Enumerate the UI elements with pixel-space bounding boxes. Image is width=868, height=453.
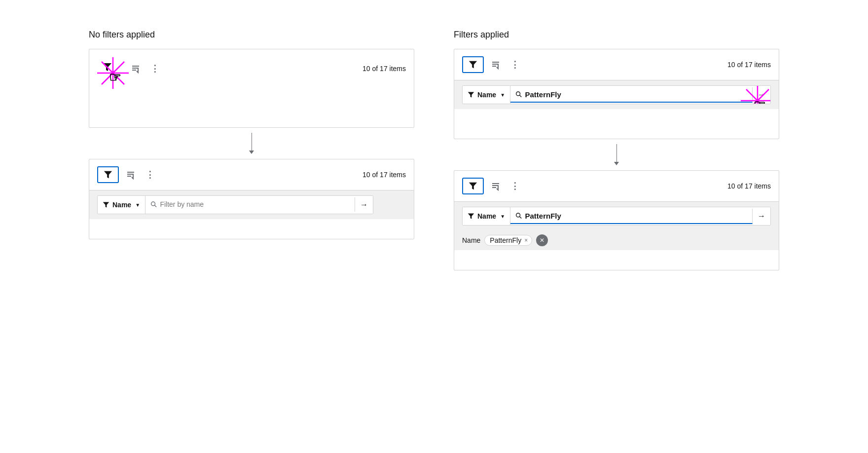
funnel-icon-right-bottom	[468, 213, 474, 220]
right-top-body	[454, 109, 779, 139]
svg-line-6	[113, 73, 124, 84]
sort-button-left-bottom[interactable]	[123, 168, 139, 182]
right-bottom-filter-label: Name	[477, 212, 496, 220]
sort-icon-right-top	[491, 60, 501, 70]
clear-all-icon: ✕	[540, 237, 544, 244]
svg-marker-40	[468, 213, 474, 219]
right-bottom-search-submit[interactable]: →	[753, 207, 770, 225]
svg-marker-36	[469, 183, 477, 189]
svg-point-18	[151, 202, 155, 206]
kebab-icon-right-bottom: ⋮	[510, 181, 520, 191]
right-vert-arrow	[614, 144, 619, 165]
right-top-search-submit[interactable]: →	[753, 86, 770, 104]
sort-button-right-top[interactable]	[488, 58, 504, 72]
right-bottom-search-input[interactable]	[525, 212, 747, 220]
svg-marker-0	[103, 63, 111, 71]
chip-group-label: Name	[462, 236, 480, 244]
right-top-filter-toolbar: Name ▼ →	[454, 80, 779, 109]
left-filter-dropdown[interactable]: Name ▼	[98, 196, 145, 214]
svg-marker-24	[468, 92, 474, 97]
filter-button-right-bottom[interactable]	[466, 180, 480, 192]
left-bottom-panel-header: ⋮ 10 of 17 items	[89, 159, 414, 190]
sort-icon-right-bottom	[491, 181, 501, 191]
left-search-submit[interactable]: →	[355, 196, 373, 214]
left-arrow	[89, 128, 414, 159]
right-bottom-filter-row: Name ▼ →	[462, 207, 771, 226]
right-top-filter-caret: ▼	[500, 92, 505, 98]
sort-button-left-top[interactable]	[128, 62, 144, 76]
kebab-icon-right-top: ⋮	[510, 59, 520, 70]
kebab-icon-left-bottom: ⋮	[145, 169, 155, 180]
right-bottom-filter-dropdown[interactable]: Name ▼	[463, 207, 510, 225]
kebab-icon-left-top: ⋮	[150, 63, 160, 74]
filter-button-right-top[interactable]	[466, 58, 480, 71]
left-bottom-body	[89, 219, 414, 239]
svg-marker-13	[104, 171, 112, 178]
right-top-submit-area: →	[753, 86, 770, 104]
right-bottom-panel-header: ⋮ 10 of 17 items	[454, 171, 779, 201]
kebab-button-left-bottom[interactable]: ⋮	[143, 167, 158, 182]
left-vert-arrow	[249, 133, 254, 154]
left-top-panel-body	[89, 88, 414, 127]
sort-icon-left-top	[131, 64, 141, 74]
left-filter-row: Name ▼ →	[97, 195, 373, 214]
search-icon-left	[150, 201, 157, 208]
svg-line-26	[519, 95, 521, 97]
filter-button-left-bottom[interactable]	[101, 168, 115, 181]
right-top-filter-row: Name ▼ →	[462, 85, 771, 104]
right-bottom-filter-caret: ▼	[500, 214, 505, 219]
chip-close-button[interactable]: ×	[524, 237, 528, 244]
left-top-panel-header: ☞ ⋮ 10 of 17 items	[89, 49, 414, 88]
right-bottom-body	[454, 250, 779, 270]
right-arrow-head	[614, 162, 619, 165]
filter-highlight-left-bottom	[97, 166, 119, 183]
svg-line-42	[519, 217, 521, 219]
svg-point-41	[516, 213, 520, 217]
filter-icon-right-top	[469, 60, 477, 69]
right-bottom-search-wrapper	[510, 209, 753, 224]
left-top-item-count: 10 of 17 items	[362, 65, 406, 73]
filter-icon-left-bottom	[104, 170, 112, 179]
right-bottom-panel: ⋮ 10 of 17 items Name ▼	[454, 170, 779, 270]
filter-icon-right-bottom	[469, 182, 477, 190]
right-top-panel: ⋮ 10 of 17 items Name ▼	[454, 49, 779, 139]
left-search-wrapper	[145, 197, 355, 212]
right-top-submit-arrow: →	[758, 90, 765, 99]
left-submit-arrow: →	[360, 200, 368, 209]
right-top-filter-label: Name	[477, 91, 496, 99]
chip-group-clear-button[interactable]: ✕	[536, 234, 548, 246]
svg-line-8	[102, 73, 113, 84]
left-top-panel: ☞ ⋮ 10 of 17 items	[89, 49, 414, 128]
right-bottom-submit-arrow: →	[758, 212, 765, 221]
left-arrow-head	[249, 151, 254, 154]
right-bottom-filter-toolbar: Name ▼ →	[454, 201, 779, 230]
svg-point-25	[516, 92, 520, 96]
right-vert-line	[616, 144, 617, 162]
right-bottom-chips: Name PatternFly × ✕	[454, 230, 779, 250]
right-top-panel-header: ⋮ 10 of 17 items	[454, 49, 779, 80]
search-icon-right-top	[515, 91, 522, 98]
kebab-button-right-top[interactable]: ⋮	[507, 57, 523, 72]
left-column: No filters applied	[89, 30, 414, 239]
left-filter-toolbar: Name ▼ →	[89, 190, 414, 219]
left-title: No filters applied	[89, 30, 414, 40]
svg-marker-20	[469, 61, 477, 68]
left-search-input[interactable]	[160, 200, 350, 208]
right-top-filter-dropdown[interactable]: Name ▼	[463, 86, 510, 104]
right-top-search-input[interactable]	[525, 90, 747, 99]
page-container: No filters applied	[89, 30, 779, 270]
kebab-button-right-bottom[interactable]: ⋮	[507, 179, 523, 193]
filter-highlight-right-top	[462, 56, 484, 73]
left-bottom-item-count: 10 of 17 items	[362, 171, 406, 179]
funnel-icon-right-top	[468, 91, 474, 98]
right-title: Filters applied	[454, 30, 779, 40]
sort-button-right-bottom[interactable]	[488, 179, 504, 193]
kebab-button-left-top[interactable]: ⋮	[147, 61, 163, 76]
chip-value: PatternFly	[490, 236, 521, 244]
left-filter-label: Name	[112, 201, 131, 209]
funnel-icon-left	[103, 201, 109, 208]
filter-button-left-top[interactable]	[99, 60, 115, 74]
right-column: Filters applied	[454, 30, 779, 270]
left-bottom-panel: ⋮ 10 of 17 items Name ▼	[89, 159, 414, 239]
svg-marker-17	[103, 202, 109, 207]
